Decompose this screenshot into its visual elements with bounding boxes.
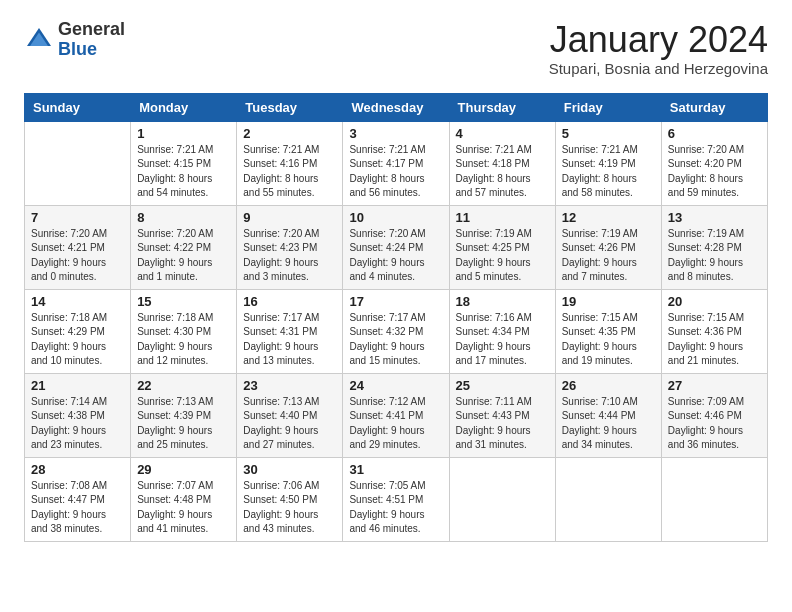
calendar-week-row: 28Sunrise: 7:08 AM Sunset: 4:47 PM Dayli…: [25, 457, 768, 541]
logo: General Blue: [24, 20, 125, 60]
calendar-cell: 31Sunrise: 7:05 AM Sunset: 4:51 PM Dayli…: [343, 457, 449, 541]
calendar-header-wednesday: Wednesday: [343, 93, 449, 121]
day-info: Sunrise: 7:21 AM Sunset: 4:16 PM Dayligh…: [243, 143, 336, 201]
day-number: 20: [668, 294, 761, 309]
calendar-header-row: SundayMondayTuesdayWednesdayThursdayFrid…: [25, 93, 768, 121]
day-number: 23: [243, 378, 336, 393]
day-number: 1: [137, 126, 230, 141]
day-info: Sunrise: 7:21 AM Sunset: 4:17 PM Dayligh…: [349, 143, 442, 201]
day-number: 31: [349, 462, 442, 477]
calendar-header-thursday: Thursday: [449, 93, 555, 121]
day-number: 7: [31, 210, 124, 225]
day-number: 11: [456, 210, 549, 225]
day-info: Sunrise: 7:06 AM Sunset: 4:50 PM Dayligh…: [243, 479, 336, 537]
day-number: 14: [31, 294, 124, 309]
location-subtitle: Stupari, Bosnia and Herzegovina: [549, 60, 768, 77]
day-info: Sunrise: 7:20 AM Sunset: 4:23 PM Dayligh…: [243, 227, 336, 285]
calendar-cell: 22Sunrise: 7:13 AM Sunset: 4:39 PM Dayli…: [131, 373, 237, 457]
calendar-cell: 20Sunrise: 7:15 AM Sunset: 4:36 PM Dayli…: [661, 289, 767, 373]
day-number: 10: [349, 210, 442, 225]
day-number: 3: [349, 126, 442, 141]
calendar-cell: [555, 457, 661, 541]
calendar-header-saturday: Saturday: [661, 93, 767, 121]
day-number: 9: [243, 210, 336, 225]
calendar-cell: 30Sunrise: 7:06 AM Sunset: 4:50 PM Dayli…: [237, 457, 343, 541]
calendar-week-row: 21Sunrise: 7:14 AM Sunset: 4:38 PM Dayli…: [25, 373, 768, 457]
calendar-week-row: 7Sunrise: 7:20 AM Sunset: 4:21 PM Daylig…: [25, 205, 768, 289]
day-number: 30: [243, 462, 336, 477]
calendar-cell: 17Sunrise: 7:17 AM Sunset: 4:32 PM Dayli…: [343, 289, 449, 373]
calendar-cell: 16Sunrise: 7:17 AM Sunset: 4:31 PM Dayli…: [237, 289, 343, 373]
day-number: 13: [668, 210, 761, 225]
day-info: Sunrise: 7:19 AM Sunset: 4:25 PM Dayligh…: [456, 227, 549, 285]
day-info: Sunrise: 7:17 AM Sunset: 4:31 PM Dayligh…: [243, 311, 336, 369]
calendar-cell: 11Sunrise: 7:19 AM Sunset: 4:25 PM Dayli…: [449, 205, 555, 289]
day-number: 27: [668, 378, 761, 393]
calendar-cell: 15Sunrise: 7:18 AM Sunset: 4:30 PM Dayli…: [131, 289, 237, 373]
day-number: 22: [137, 378, 230, 393]
calendar-header-monday: Monday: [131, 93, 237, 121]
calendar-header-sunday: Sunday: [25, 93, 131, 121]
logo-blue: Blue: [58, 40, 125, 60]
day-info: Sunrise: 7:15 AM Sunset: 4:35 PM Dayligh…: [562, 311, 655, 369]
calendar-cell: 26Sunrise: 7:10 AM Sunset: 4:44 PM Dayli…: [555, 373, 661, 457]
calendar-cell: 28Sunrise: 7:08 AM Sunset: 4:47 PM Dayli…: [25, 457, 131, 541]
day-number: 19: [562, 294, 655, 309]
day-number: 18: [456, 294, 549, 309]
calendar-cell: [661, 457, 767, 541]
title-block: January 2024 Stupari, Bosnia and Herzego…: [549, 20, 768, 77]
calendar-cell: 13Sunrise: 7:19 AM Sunset: 4:28 PM Dayli…: [661, 205, 767, 289]
calendar-cell: 8Sunrise: 7:20 AM Sunset: 4:22 PM Daylig…: [131, 205, 237, 289]
day-number: 29: [137, 462, 230, 477]
day-number: 12: [562, 210, 655, 225]
day-number: 28: [31, 462, 124, 477]
day-info: Sunrise: 7:19 AM Sunset: 4:26 PM Dayligh…: [562, 227, 655, 285]
month-title: January 2024: [549, 20, 768, 60]
day-info: Sunrise: 7:17 AM Sunset: 4:32 PM Dayligh…: [349, 311, 442, 369]
day-number: 26: [562, 378, 655, 393]
day-info: Sunrise: 7:09 AM Sunset: 4:46 PM Dayligh…: [668, 395, 761, 453]
calendar-table: SundayMondayTuesdayWednesdayThursdayFrid…: [24, 93, 768, 542]
day-number: 24: [349, 378, 442, 393]
calendar-cell: 19Sunrise: 7:15 AM Sunset: 4:35 PM Dayli…: [555, 289, 661, 373]
calendar-cell: 27Sunrise: 7:09 AM Sunset: 4:46 PM Dayli…: [661, 373, 767, 457]
day-info: Sunrise: 7:20 AM Sunset: 4:20 PM Dayligh…: [668, 143, 761, 201]
day-info: Sunrise: 7:21 AM Sunset: 4:19 PM Dayligh…: [562, 143, 655, 201]
day-info: Sunrise: 7:10 AM Sunset: 4:44 PM Dayligh…: [562, 395, 655, 453]
calendar-cell: 18Sunrise: 7:16 AM Sunset: 4:34 PM Dayli…: [449, 289, 555, 373]
day-number: 2: [243, 126, 336, 141]
calendar-cell: 3Sunrise: 7:21 AM Sunset: 4:17 PM Daylig…: [343, 121, 449, 205]
calendar-cell: 2Sunrise: 7:21 AM Sunset: 4:16 PM Daylig…: [237, 121, 343, 205]
day-info: Sunrise: 7:13 AM Sunset: 4:40 PM Dayligh…: [243, 395, 336, 453]
day-number: 4: [456, 126, 549, 141]
day-number: 16: [243, 294, 336, 309]
day-number: 17: [349, 294, 442, 309]
day-info: Sunrise: 7:12 AM Sunset: 4:41 PM Dayligh…: [349, 395, 442, 453]
day-number: 15: [137, 294, 230, 309]
day-number: 6: [668, 126, 761, 141]
calendar-header-tuesday: Tuesday: [237, 93, 343, 121]
day-info: Sunrise: 7:08 AM Sunset: 4:47 PM Dayligh…: [31, 479, 124, 537]
day-info: Sunrise: 7:20 AM Sunset: 4:22 PM Dayligh…: [137, 227, 230, 285]
logo-text: General Blue: [58, 20, 125, 60]
day-info: Sunrise: 7:11 AM Sunset: 4:43 PM Dayligh…: [456, 395, 549, 453]
calendar-cell: [449, 457, 555, 541]
day-number: 21: [31, 378, 124, 393]
day-number: 5: [562, 126, 655, 141]
day-info: Sunrise: 7:18 AM Sunset: 4:29 PM Dayligh…: [31, 311, 124, 369]
day-info: Sunrise: 7:19 AM Sunset: 4:28 PM Dayligh…: [668, 227, 761, 285]
day-info: Sunrise: 7:16 AM Sunset: 4:34 PM Dayligh…: [456, 311, 549, 369]
calendar-cell: 29Sunrise: 7:07 AM Sunset: 4:48 PM Dayli…: [131, 457, 237, 541]
logo-icon: [24, 25, 54, 55]
calendar-cell: 14Sunrise: 7:18 AM Sunset: 4:29 PM Dayli…: [25, 289, 131, 373]
calendar-cell: 6Sunrise: 7:20 AM Sunset: 4:20 PM Daylig…: [661, 121, 767, 205]
day-info: Sunrise: 7:20 AM Sunset: 4:21 PM Dayligh…: [31, 227, 124, 285]
calendar-cell: 25Sunrise: 7:11 AM Sunset: 4:43 PM Dayli…: [449, 373, 555, 457]
day-info: Sunrise: 7:13 AM Sunset: 4:39 PM Dayligh…: [137, 395, 230, 453]
day-info: Sunrise: 7:07 AM Sunset: 4:48 PM Dayligh…: [137, 479, 230, 537]
calendar-week-row: 14Sunrise: 7:18 AM Sunset: 4:29 PM Dayli…: [25, 289, 768, 373]
calendar-cell: [25, 121, 131, 205]
calendar-week-row: 1Sunrise: 7:21 AM Sunset: 4:15 PM Daylig…: [25, 121, 768, 205]
calendar-cell: 12Sunrise: 7:19 AM Sunset: 4:26 PM Dayli…: [555, 205, 661, 289]
calendar-cell: 9Sunrise: 7:20 AM Sunset: 4:23 PM Daylig…: [237, 205, 343, 289]
